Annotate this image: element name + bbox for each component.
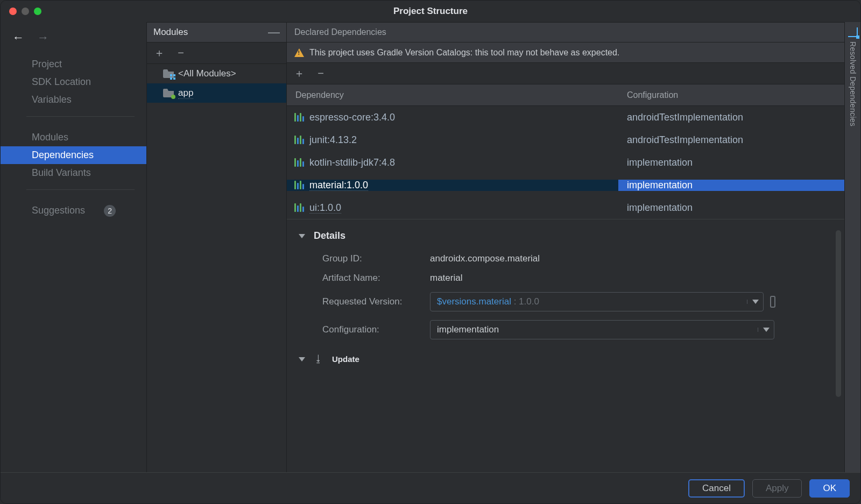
configuration-value: implementation: [430, 324, 758, 335]
configuration-combo[interactable]: implementation: [430, 320, 774, 339]
details-title: Details: [314, 230, 345, 242]
nav-item-suggestions[interactable]: Suggestions 2: [1, 202, 146, 220]
add-dependency-button[interactable]: ＋: [294, 69, 304, 79]
dependency-conf: implementation: [618, 180, 844, 191]
nav-separator: [26, 189, 135, 190]
detail-artifact: Artifact Name: material: [297, 268, 835, 288]
version-resolved: : 1.0.0: [511, 296, 539, 307]
content-area: ← → Project SDK Location Variables Modul…: [1, 22, 860, 472]
resolved-dependencies-bar[interactable]: Resolved Dependencies: [844, 22, 860, 472]
details-section[interactable]: Details: [297, 226, 835, 249]
suggestions-badge: 2: [104, 205, 116, 217]
left-nav: ← → Project SDK Location Variables Modul…: [1, 22, 147, 472]
label: Group ID:: [322, 253, 430, 264]
nav-item-label: Suggestions: [32, 205, 85, 216]
declared-header: Declared Dependencies: [287, 22, 844, 42]
nav-separator: [26, 116, 135, 117]
dependency-row[interactable]: material:1.0.0 implementation: [287, 174, 844, 196]
detail-requested-version: Requested Version: $versions.material : …: [297, 288, 835, 316]
nav-section-2: Modules Dependencies Build Variants: [1, 129, 146, 182]
module-folder-icon: [163, 89, 174, 97]
chevron-down-icon: [299, 234, 305, 238]
modules-panel: Modules — ＋ − <All Modules> app: [147, 22, 287, 472]
dependency-row[interactable]: ui:1.0.0 implementation: [287, 196, 844, 219]
remove-module-button[interactable]: −: [176, 48, 186, 58]
window-title: Project Structure: [1, 6, 860, 17]
modules-toolbar: ＋ −: [147, 42, 286, 64]
dependency-row[interactable]: espresso-core:3.4.0 androidTestImplement…: [287, 106, 844, 129]
collapse-icon[interactable]: —: [268, 25, 280, 39]
library-icon: [294, 203, 304, 212]
chevron-down-icon[interactable]: [758, 328, 774, 332]
library-icon: [294, 113, 304, 122]
titlebar: Project Structure: [1, 1, 860, 22]
resolved-label: Resolved Dependencies: [849, 41, 857, 126]
project-structure-window: Project Structure ← → Project SDK Locati…: [0, 0, 861, 504]
column-dependency: Dependency: [287, 84, 618, 105]
dependency-conf: implementation: [618, 157, 844, 168]
library-icon: [294, 158, 304, 167]
dependency-table-header: Dependency Configuration: [287, 84, 844, 106]
module-item-app[interactable]: app: [147, 83, 286, 103]
resolved-icon: [848, 27, 858, 37]
dependency-row[interactable]: kotlin-stdlib-jdk7:4.8 implementation: [287, 151, 844, 174]
module-label: app: [178, 88, 193, 99]
dependency-conf: androidTestImplementation: [618, 134, 844, 146]
warning-text: This project uses Gradle Version Catalog…: [309, 48, 619, 58]
nav-item-build-variants[interactable]: Build Variants: [1, 164, 146, 182]
forward-arrow-icon[interactable]: →: [37, 31, 49, 45]
nav-history: ← →: [1, 26, 146, 51]
dependency-row[interactable]: junit:4.13.2 androidTestImplementation: [287, 129, 844, 151]
library-icon: [294, 181, 304, 189]
history-icon[interactable]: [770, 296, 775, 308]
label: Requested Version:: [322, 296, 430, 307]
dependency-toolbar: ＋ −: [287, 63, 844, 84]
nav-item-dependencies[interactable]: Dependencies: [1, 146, 146, 164]
chevron-down-icon: [299, 357, 305, 361]
remove-dependency-button[interactable]: −: [316, 69, 326, 79]
chevron-down-icon[interactable]: [747, 300, 763, 304]
update-title: Update: [332, 354, 359, 364]
folder-icon: [163, 69, 174, 78]
column-configuration: Configuration: [618, 84, 844, 105]
module-label: <All Modules>: [178, 68, 236, 79]
dependency-conf: implementation: [618, 202, 844, 214]
modules-header: Modules —: [147, 22, 286, 42]
add-module-button[interactable]: ＋: [154, 48, 164, 58]
modules-title: Modules: [153, 27, 188, 38]
value: material: [430, 273, 462, 283]
details-pane: Details Group ID: androidx.compose.mater…: [287, 219, 844, 472]
dependency-conf: androidTestImplementation: [618, 112, 844, 123]
scrollbar[interactable]: [836, 230, 841, 397]
detail-group-id: Group ID: androidx.compose.material: [297, 249, 835, 268]
library-icon: [294, 136, 304, 144]
warning-icon: [294, 48, 304, 57]
dialog-footer: Cancel Apply OK: [1, 472, 860, 503]
nav-item-sdk-location[interactable]: SDK Location: [1, 73, 146, 91]
value: androidx.compose.material: [430, 253, 540, 264]
declared-panel: Declared Dependencies This project uses …: [287, 22, 844, 472]
nav-section-3: Suggestions 2: [1, 202, 146, 220]
version-variable: $versions.material: [437, 296, 511, 307]
label: Artifact Name:: [322, 273, 430, 283]
cancel-button[interactable]: Cancel: [688, 479, 745, 498]
nav-item-project[interactable]: Project: [1, 55, 146, 73]
download-icon: ⭳: [314, 353, 323, 365]
label: Configuration:: [322, 324, 430, 335]
apply-button[interactable]: Apply: [752, 479, 802, 498]
back-arrow-icon[interactable]: ←: [12, 31, 24, 45]
nav-section-1: Project SDK Location Variables: [1, 55, 146, 109]
requested-version-combo[interactable]: $versions.material : 1.0.0: [430, 292, 764, 311]
nav-item-variables[interactable]: Variables: [1, 91, 146, 109]
update-section[interactable]: ⭳ Update: [297, 344, 835, 365]
dependency-name: ui:1.0.0: [309, 202, 341, 214]
ok-button[interactable]: OK: [809, 479, 850, 498]
dependency-name: material:1.0.0: [309, 180, 368, 191]
dependency-name: espresso-core:3.4.0: [309, 112, 395, 123]
detail-configuration: Configuration: implementation: [297, 316, 835, 344]
nav-item-modules[interactable]: Modules: [1, 129, 146, 146]
dependency-list: espresso-core:3.4.0 androidTestImplement…: [287, 106, 844, 219]
dependency-name: junit:4.13.2: [309, 134, 357, 146]
dependency-name: kotlin-stdlib-jdk7:4.8: [309, 157, 395, 168]
module-item-all[interactable]: <All Modules>: [147, 64, 286, 83]
